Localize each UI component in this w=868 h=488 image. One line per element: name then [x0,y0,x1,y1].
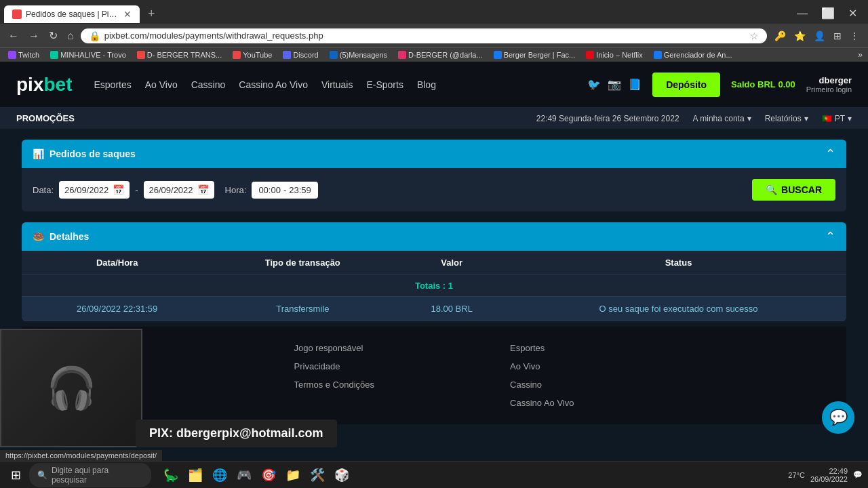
bookmark-twitch[interactable]: Twitch [5,50,42,60]
address-bar[interactable]: 🔒 pixbet.com/modules/payments/withdrawal… [81,28,767,43]
home-btn[interactable]: ⌂ [64,28,77,43]
details-table-wrapper: Data/Hora Tipo de transação Valor Status… [22,251,846,321]
taskbar-search-icon: 🔍 [37,470,47,480]
calendar-from-icon[interactable]: 📅 [113,184,124,195]
back-btn[interactable]: ← [5,28,22,43]
chat-btn[interactable]: 💬 [822,401,854,434]
date-filter-group: Data: 26/09/2022 📅 - 26/09/2022 📅 [33,181,214,199]
saldo-currency: BRL [757,79,776,89]
taskbar-app-steam[interactable]: 🎮 [233,465,256,485]
nav-cassino[interactable]: Cassino [191,79,226,90]
bookmark-youtube[interactable]: YouTube [230,50,275,60]
bookmark-discord[interactable]: Discord [280,50,321,60]
footer-link-jogo[interactable]: Jogo responsável [294,343,375,353]
lang-chevron-icon: ▾ [848,114,852,123]
maximize-btn[interactable]: ⬜ [814,5,842,21]
search-btn-label: BUSCAR [781,184,822,195]
instagram-icon[interactable]: 📷 [608,78,621,91]
bookmark-dberger[interactable]: D- BERGER TRANS... [134,50,224,60]
calendar-to-icon[interactable]: 📅 [197,184,209,195]
bookmark-minhalive[interactable]: MINHALIVE - Trovo [47,50,129,60]
taskbar-search[interactable]: 🔍 Digite aqui para pesquisar [29,463,151,487]
new-tab-btn[interactable]: + [142,4,161,24]
minhalive-favicon [50,51,58,59]
facebook-icon[interactable]: 📘 [628,78,642,91]
footer-link-cassino[interactable]: Cassino [510,380,574,390]
bookmark-instagram[interactable]: D-BERGER (@darla... [395,50,486,60]
nav-esportes[interactable]: Esportes [94,79,131,90]
table-header: Data/Hora Tipo de transação Valor Status [22,251,846,275]
start-btn[interactable]: ⊞ [5,465,26,485]
tab-favicon [12,9,22,19]
nav-virtuais[interactable]: Virtuais [321,79,353,90]
deposit-btn[interactable]: Depósito [652,73,720,97]
bookmark-btn[interactable]: ⭐ [791,28,809,43]
instagram-favicon [398,51,406,59]
promo-account-btn[interactable]: A minha conta ▾ [693,114,751,123]
footer-link-termos[interactable]: Termos e Condições [294,380,375,390]
search-btn[interactable]: 🔍 BUSCAR [752,179,835,201]
bookmark-mensagens[interactable]: (5)Mensagens [327,50,390,60]
promo-lang-label: PT [835,114,845,123]
time-to: 23:59 [289,185,311,195]
taskbar-app-files[interactable]: 📁 [281,465,304,485]
date-from-input[interactable]: 26/09/2022 📅 [59,181,130,199]
menu-btn[interactable]: ⋮ [846,28,863,43]
taskbar-app-tools[interactable]: 🛠️ [306,465,329,485]
nav-blog[interactable]: Blog [417,79,436,90]
taskbar-apps: 🦕 🗂️ 🌐 🎮 🎯 📁 🛠️ 🎲 [159,465,353,485]
netflix-favicon [586,51,594,59]
notification-icon[interactable]: 💬 [853,470,863,479]
site-logo[interactable]: pixbet [16,74,72,96]
bookmark-netflix-label: Inicio – Netflix [596,51,642,59]
tab-title: Pedidos de saques | Pixbet [26,9,119,19]
date-to-input[interactable]: 26/09/2022 📅 [144,181,214,199]
saldo-value: 0.00 [778,79,795,89]
twitter-icon[interactable]: 🐦 [587,78,601,91]
refresh-btn[interactable]: ↻ [46,28,60,43]
active-tab[interactable]: Pedidos de saques | Pixbet ✕ [4,5,140,23]
discord-favicon [283,51,291,59]
table-row: 26/09/2022 22:31:59 Transfersmile 18.00 … [22,297,846,321]
nav-cassino-ao-vivo[interactable]: Cassino Ao Vivo [239,79,308,90]
webcam-placeholder: 🎧 [1,330,141,446]
footer-link-esportes[interactable]: Esportes [510,343,574,353]
bookmark-gerenciador[interactable]: Gerenciador de An... [651,50,735,60]
facebook-favicon [494,51,502,59]
status-url-text: https://pixbet.com/modules/payments/depo… [5,451,157,460]
reports-chevron-icon: ▾ [804,114,808,123]
saldo-label: Saldo [731,79,755,89]
taskbar-app-1[interactable]: 🦕 [159,465,182,485]
forward-btn[interactable]: → [26,28,42,43]
promo-lang-btn[interactable]: 🇵🇹 PT ▾ [822,114,852,123]
address-bar-row: ← → ↻ ⌂ 🔒 pixbet.com/modules/payments/wi… [0,24,868,47]
close-btn[interactable]: ✕ [842,5,864,21]
time-range-input[interactable]: 00:00 - 23:59 [252,182,317,199]
taskbar-app-chrome[interactable]: 🌐 [208,465,231,485]
footer-link-ao-vivo[interactable]: Ao Vivo [510,361,574,371]
pix-overlay: PIX: dbergerpix@hotmail.com [136,420,337,447]
bookmark-facebook[interactable]: Berger Berger | Fac... [491,50,578,60]
sidebar-btn[interactable]: ⊞ [830,28,845,43]
nav-ao-vivo[interactable]: Ao Vivo [145,79,178,90]
date-separator: - [135,185,138,195]
star-icon[interactable]: ☆ [750,30,759,41]
footer-link-privacidade[interactable]: Privacidade [294,361,375,371]
taskbar-app-2[interactable]: 🗂️ [184,465,207,485]
details-collapse-btn[interactable]: ⌃ [825,229,835,244]
nav-esports[interactable]: E-Sports [366,79,403,90]
minimize-btn[interactable]: — [790,5,814,21]
withdrawal-collapse-btn[interactable]: ⌃ [825,146,835,161]
bookmark-netflix[interactable]: Inicio – Netflix [583,50,645,60]
taskbar-app-extra[interactable]: 🎲 [330,465,353,485]
youtube-favicon [233,51,241,59]
status-url: https://pixbet.com/modules/payments/depo… [0,450,162,461]
mensagens-favicon [330,51,338,59]
profile-btn[interactable]: 👤 [810,28,829,43]
taskbar-app-gta[interactable]: 🎯 [257,465,280,485]
tab-close-btn[interactable]: ✕ [123,9,132,20]
footer-link-cassino-ao-vivo[interactable]: Cassino Ao Vivo [510,398,574,408]
bookmarks-more-btn[interactable]: » [858,50,863,60]
promo-reports-btn[interactable]: Relatórios ▾ [765,114,808,123]
extensions-btn[interactable]: 🔑 [771,28,789,43]
